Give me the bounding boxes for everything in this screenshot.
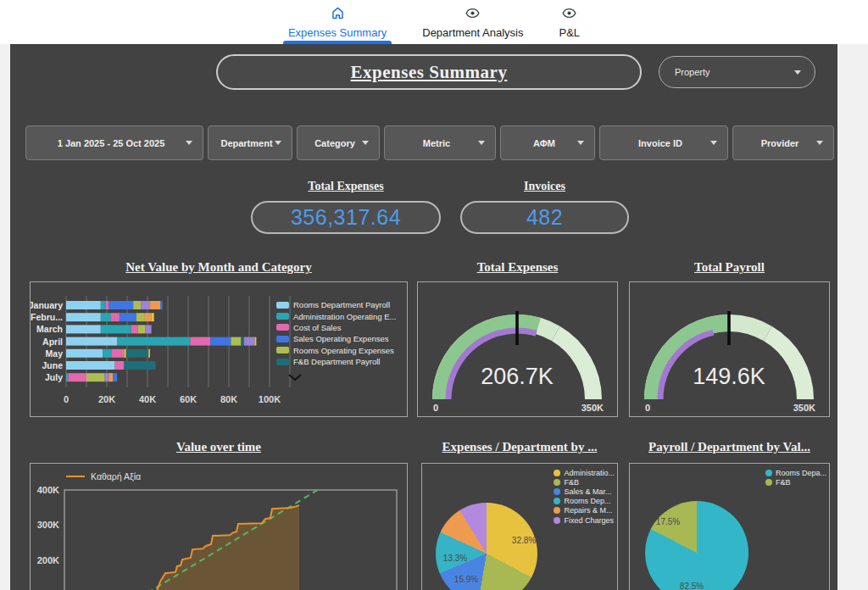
chart-title-value-over-time: Value over time: [30, 440, 408, 454]
svg-text:149.6K: 149.6K: [693, 364, 765, 389]
svg-text:80K: 80K: [220, 394, 237, 404]
line-chart-legend: Καθαρή Αξία: [66, 471, 141, 481]
chevron-down-icon: [710, 141, 717, 145]
provider-filter[interactable]: Provider: [732, 125, 834, 160]
svg-text:0: 0: [645, 403, 650, 413]
chevron-down-icon: [478, 141, 485, 145]
legend-item: Rooms Operating Expenses: [276, 345, 405, 356]
tab-label: Expenses Summary: [288, 26, 387, 39]
line-series-label: Καθαρή Αξία: [91, 471, 141, 481]
legend-item: Sales & Mar...: [554, 487, 615, 496]
svg-text:206.7K: 206.7K: [481, 364, 554, 389]
svg-text:100K: 100K: [259, 394, 281, 404]
scorecard-value: 356,317.64: [291, 205, 401, 230]
afm-filter[interactable]: ΑΦΜ: [500, 125, 595, 160]
svg-text:0: 0: [433, 403, 438, 413]
legend-item: Administratio...: [554, 468, 615, 477]
pie-slice-label: 15.9%: [454, 575, 478, 584]
chevron-down-icon: [362, 141, 369, 145]
legend-item: Rooms Dep...: [554, 497, 615, 506]
property-dropdown[interactable]: Property: [659, 56, 815, 88]
scorecard-value: 482: [526, 205, 563, 230]
metric-filter[interactable]: Metric: [384, 125, 496, 160]
pie-legend: Administratio...F&BSales & Mar...Rooms D…: [554, 468, 615, 525]
bar-chart-panel: JanuaryFebru...MarchAprilMayJuneJuly020K…: [30, 281, 408, 417]
legend-item: F&B Department Payroll: [276, 356, 405, 367]
svg-text:January: January: [31, 300, 63, 310]
svg-text:400K: 400K: [37, 485, 59, 495]
tab-department-analysis[interactable]: Department Analysis: [415, 0, 530, 44]
legend-item: Rooms Department Payroll: [276, 299, 405, 310]
page-title: Expenses Summary: [351, 62, 508, 83]
svg-text:20K: 20K: [98, 394, 115, 404]
tab-label: P&L: [559, 26, 580, 39]
tab-pnl[interactable]: P&L: [552, 0, 587, 44]
home-icon: [330, 5, 346, 25]
svg-text:350K: 350K: [793, 403, 815, 413]
pie-slice-label: 82.5%: [680, 582, 704, 590]
gauge-svg: 206.7K0350K: [418, 282, 617, 416]
chevron-down-icon: [794, 70, 801, 75]
legend-item: Rooms Depa...: [765, 468, 826, 477]
department-filter[interactable]: Department: [208, 125, 292, 160]
chevron-down-icon: [577, 141, 584, 145]
chevron-down-icon: [275, 141, 281, 145]
category-filter[interactable]: Category: [297, 125, 380, 160]
eye-icon: [561, 5, 577, 25]
legend-item: Sales Operating Expenses: [276, 333, 405, 344]
chevron-down-icon: [816, 141, 823, 145]
line-chart-panel: 400K300K200K100K Καθαρή Αξία: [30, 463, 408, 590]
svg-text:350K: 350K: [581, 403, 604, 413]
gauge-total-expenses: 206.7K0350K: [417, 281, 618, 417]
report-title-box: Expenses Summary: [216, 54, 642, 90]
tab-label: Department Analysis: [422, 26, 523, 39]
pie-chart: [436, 503, 537, 590]
scorecard-invoices: 482: [460, 201, 629, 234]
scorecard-label-invoices: Invoices: [460, 180, 629, 193]
chart-title-expenses-by-department: Expenses / Department by ...: [421, 440, 618, 454]
svg-text:40K: 40K: [139, 394, 156, 404]
line-chart: 400K300K200K100K: [31, 464, 407, 590]
gauge-total-payroll: 149.6K0350K: [629, 281, 830, 417]
pie-legend: Rooms Depa...F&B: [765, 468, 826, 487]
legend-item: Administration Operating E...: [276, 310, 405, 321]
legend-item: Repairs & M...: [554, 506, 615, 515]
gauge-svg: 149.6K0350K: [630, 282, 829, 416]
chart-title-total-payroll-gauge: Total Payroll: [629, 260, 830, 275]
dashboard-canvas: Expenses Summary Property 1 Jan 2025 - 2…: [10, 44, 837, 590]
property-dropdown-label: Property: [675, 67, 710, 77]
line-series-swatch: [66, 476, 85, 477]
svg-text:March: March: [36, 324, 63, 334]
top-nav: Expenses Summary Department Analysis P&L: [0, 0, 868, 44]
svg-text:April: April: [42, 337, 63, 347]
chart-title-total-expenses-gauge: Total Expenses: [417, 260, 618, 275]
chart-title-net-value: Net Value by Month and Category: [30, 260, 408, 275]
scorecard-total-expenses: 356,317.64: [251, 201, 441, 234]
pie-expenses-panel: 32.8%15.9%13.3%Administratio...F&BSales …: [421, 463, 618, 590]
chevron-down-icon: [186, 141, 192, 145]
pie-slice-label: 13.3%: [443, 554, 467, 563]
svg-text:May: May: [46, 348, 64, 359]
legend-item: Fixed Charges: [554, 515, 615, 525]
svg-text:July: July: [45, 372, 63, 382]
date-range-filter[interactable]: 1 Jan 2025 - 25 Oct 2025: [25, 125, 203, 160]
svg-text:0: 0: [64, 394, 69, 404]
svg-text:300K: 300K: [37, 520, 59, 530]
legend-item: Cost of Sales: [276, 322, 405, 333]
invoice-id-filter[interactable]: Invoice ID: [599, 125, 728, 160]
pie-slice-label: 17.5%: [656, 517, 680, 526]
pie-chart: [645, 501, 748, 590]
line-chart-svg: 400K300K200K100K: [31, 464, 407, 590]
svg-text:June: June: [42, 360, 63, 370]
legend-item: F&B: [765, 477, 826, 487]
svg-text:60K: 60K: [180, 394, 197, 404]
filter-bar: 1 Jan 2025 - 25 Oct 2025 Department Cate…: [25, 125, 834, 160]
svg-text:200K: 200K: [37, 555, 59, 565]
chart-title-payroll-by-department: Payroll / Department by Val...: [629, 440, 830, 454]
tab-expenses-summary[interactable]: Expenses Summary: [281, 0, 393, 44]
scorecard-label-total-expenses: Total Expenses: [251, 180, 441, 193]
eye-icon: [465, 5, 481, 25]
legend-scroll-chevron-icon[interactable]: [288, 370, 405, 385]
report-tabs: Expenses Summary Department Analysis P&L: [0, 0, 868, 44]
svg-text:Febru...: Febru...: [31, 312, 63, 322]
